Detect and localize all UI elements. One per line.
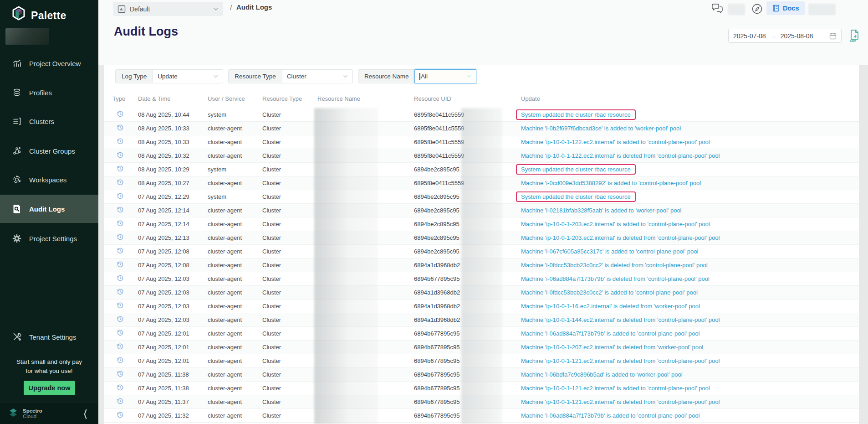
resource-type-filter: Resource Type Cluster [228,69,353,83]
update-link[interactable]: Machine 'ip-10-0-1-16.ec2.internal' is d… [521,303,700,310]
cell-datetime: 07 Aug 2025, 12:03 [138,275,208,282]
page-title: Audit Logs [114,25,178,39]
resource-type-select[interactable]: Cluster [282,70,352,83]
cell-user-service: system [208,193,262,200]
history-icon [117,411,124,419]
date-from-value[interactable]: 2025-07-08 [733,32,766,40]
sidebar-item-label: Clusters [29,118,54,125]
sidebar-item-label: Project Settings [29,235,77,243]
chevron-down-icon [213,75,218,78]
cell-datetime: 07 Aug 2025, 11:38 [138,371,208,378]
sidebar-item-audit-logs[interactable]: Audit Logs [0,195,98,223]
history-icon [117,110,124,118]
cell-datetime: 08 Aug 2025, 10:27 [138,180,208,186]
update-link[interactable]: System updated the cluster rbac resource [516,109,636,120]
cell-resource-type: Cluster [262,330,317,337]
update-link[interactable]: Machine 'i-067cf605a85cc317c' is added t… [521,248,698,255]
log-type-select[interactable]: Update [153,70,223,83]
sidebar-item-profiles[interactable]: Profiles [0,81,98,104]
date-range-picker[interactable]: 2025-07-08 → 2025-08-08 [728,29,842,43]
chart-box-icon [117,5,126,13]
sidebar-item-project-overview[interactable]: Project Overview [0,52,98,75]
upgrade-now-button[interactable]: Upgrade now [24,381,75,395]
cell-datetime: 08 Aug 2025, 10:33 [138,125,208,132]
palette-logo[interactable]: Palette [11,6,66,25]
export-csv-icon[interactable]: CSV [848,29,861,43]
update-link[interactable]: Machine 'ip-10-0-1-207.ec2.internal' is … [521,344,703,351]
breadcrumb-current: Audit Logs [236,3,272,11]
history-icon [117,206,124,213]
update-link[interactable]: Machine 'i-0cd009e3dd5388292' is added t… [521,180,701,186]
sidebar-item-tenant-settings[interactable]: Tenant Settings [0,325,98,349]
sidebar-item-label: Project Overview [29,60,81,67]
docs-button[interactable]: Docs [766,1,805,15]
cell-datetime: 07 Aug 2025, 11:38 [138,385,208,392]
cell-resource-type: Cluster [262,111,317,118]
update-link[interactable]: Machine 'ip-10-0-1-203.ec2.internal' is … [521,234,720,241]
cell-user-service: cluster-agent [208,344,262,351]
cell-datetime: 07 Aug 2025, 12:01 [138,330,208,337]
gear-icon [12,233,22,243]
update-link[interactable]: Machine 'ip-10-0-1-121.ec2.internal' is … [521,398,720,405]
cell-resource-type: Cluster [262,125,317,132]
sidebar-item-cluster-groups[interactable]: Cluster Groups [0,139,98,163]
calendar-icon [829,32,837,40]
cell-datetime: 07 Aug 2025, 12:01 [138,357,208,364]
sidebar-collapse-button[interactable]: ❬ [82,408,88,419]
history-icon [117,274,124,282]
cell-user-service: cluster-agent [208,152,262,159]
history-icon [117,220,124,227]
cell-resource-type: Cluster [262,234,317,241]
col-header-type: Type [112,95,138,102]
update-link[interactable]: Machine 'ip-10-0-1-122.ec2.internal' is … [521,139,710,145]
history-icon [117,302,124,309]
redacted-project-selector[interactable] [5,28,49,45]
col-header-resource-uid: Resource UID [414,95,521,102]
update-link[interactable]: Machine 'i-0fdcc53bcb23c0cc2' is deleted… [521,262,708,269]
resource-name-select[interactable]: All [414,69,476,83]
cell-resource-type: Cluster [262,398,317,405]
sidebar-item-project-settings[interactable]: Project Settings [0,227,98,250]
update-link[interactable]: Machine 'ip-10-0-1-121.ec2.internal' is … [521,385,710,392]
update-link[interactable]: System updated the cluster rbac resource [516,164,636,175]
cell-datetime: 07 Aug 2025, 12:03 [138,289,208,296]
update-link[interactable]: Machine 'i-06bdfa7c9c896b5ad' is added t… [521,371,683,378]
redacted-resource-name-column [314,108,378,424]
update-link[interactable]: Machine 'ip-10-0-1-121.ec2.internal' is … [521,357,720,364]
update-link[interactable]: Machine 'ip-10-0-1-122.ec2.internal' is … [521,152,720,159]
cell-datetime: 08 Aug 2025, 10:29 [138,166,208,173]
cell-datetime: 08 Aug 2025, 10:32 [138,152,208,159]
sidebar-item-label: Workspaces [29,176,66,184]
cell-resource-type: Cluster [262,221,317,228]
spectro-cloud-logo-icon [7,408,19,419]
sidebar-item-workspaces[interactable]: Workspaces [0,168,98,191]
cell-resource-type: Cluster [262,262,317,269]
update-link[interactable]: Machine 'i-06ad884a7f173b79b' is added t… [521,412,700,419]
update-link[interactable]: Machine 'i-0fdcc53bcb23c0cc2' is added t… [521,289,698,296]
update-link[interactable]: System updated the cluster rbac resource [516,191,636,202]
update-link[interactable]: Machine 'ip-10-0-1-144.ec2.internal' is … [521,316,720,323]
update-link[interactable]: Machine 'i-02181bfab328f5aab' is added t… [521,207,682,214]
compass-icon[interactable] [751,3,763,15]
docs-label: Docs [783,5,799,12]
cell-datetime: 07 Aug 2025, 11:37 [138,398,208,405]
sidebar-item-label: Profiles [29,89,52,97]
cell-datetime: 07 Aug 2025, 12:14 [138,221,208,228]
cell-resource-type: Cluster [262,180,317,186]
sidebar-item-label: Audit Logs [29,205,65,213]
project-scope-selector[interactable]: Default [113,2,223,16]
text-cursor [419,73,420,80]
history-icon [117,165,124,172]
orbit-icon [12,175,22,185]
update-link[interactable]: Machine 'i-0b2f697f6dbcad3ce' is added t… [521,125,681,132]
sidebar-item-clusters[interactable]: Clusters [0,109,98,133]
promo-text-line1: Start small and only pay [0,358,98,365]
date-to-value[interactable]: 2025-08-08 [781,32,813,40]
cell-user-service: cluster-agent [208,330,262,337]
book-icon [772,5,780,12]
cell-resource-type: Cluster [262,166,317,173]
update-link[interactable]: Machine 'i-06ad884a7f173b79b' is added t… [521,330,700,337]
update-link[interactable]: Machine 'i-06ad884a7f173b79b' is deleted… [521,275,710,282]
update-link[interactable]: Machine 'ip-10-0-1-203.ec2.internal' is … [521,221,710,228]
feedback-chat-icon[interactable] [711,3,723,15]
